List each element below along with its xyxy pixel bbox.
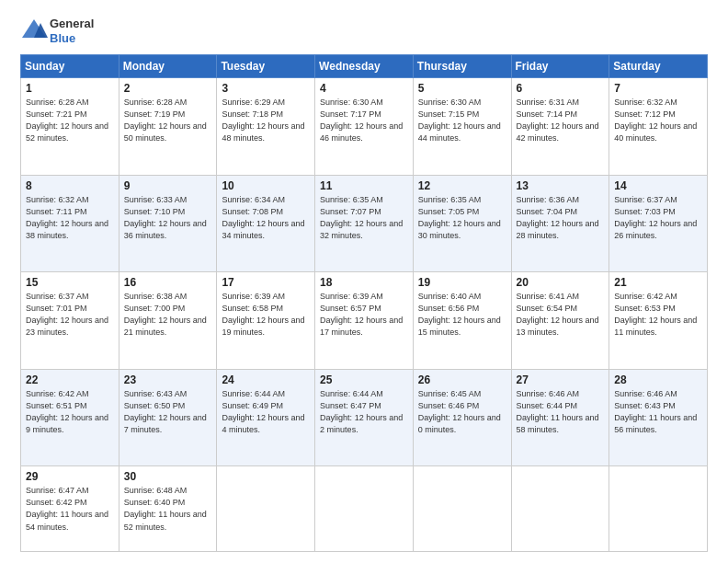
calendar-cell: 8 Sunrise: 6:32 AMSunset: 7:11 PMDayligh…: [21, 175, 119, 272]
cell-content: Sunrise: 6:30 AMSunset: 7:17 PMDaylight:…: [320, 97, 408, 144]
calendar-cell: 24 Sunrise: 6:44 AMSunset: 6:49 PMDaylig…: [217, 369, 315, 466]
calendar-cell: 7 Sunrise: 6:32 AMSunset: 7:12 PMDayligh…: [609, 78, 708, 176]
calendar-cell: 5 Sunrise: 6:30 AMSunset: 7:15 PMDayligh…: [413, 78, 511, 176]
day-number: 17: [222, 276, 310, 289]
calendar-cell: [217, 466, 315, 552]
calendar-cell: [413, 466, 511, 552]
cell-content: Sunrise: 6:41 AMSunset: 6:54 PMDaylight:…: [517, 291, 605, 339]
day-number: 7: [614, 82, 702, 95]
cell-content: Sunrise: 6:45 AMSunset: 6:46 PMDaylight:…: [418, 388, 506, 436]
cell-content: Sunrise: 6:40 AMSunset: 6:56 PMDaylight:…: [418, 291, 506, 339]
calendar-cell: 17 Sunrise: 6:39 AMSunset: 6:58 PMDaylig…: [217, 272, 315, 370]
cell-content: Sunrise: 6:29 AMSunset: 7:18 PMDaylight:…: [222, 97, 310, 144]
calendar-cell: 11 Sunrise: 6:35 AMSunset: 7:07 PMDaylig…: [315, 175, 414, 272]
cell-content: Sunrise: 6:43 AMSunset: 6:50 PMDaylight:…: [124, 388, 212, 436]
cell-content: Sunrise: 6:47 AMSunset: 6:42 PMDaylight:…: [26, 485, 114, 533]
cell-content: Sunrise: 6:44 AMSunset: 6:49 PMDaylight:…: [222, 388, 310, 436]
cell-content: Sunrise: 6:32 AMSunset: 7:11 PMDaylight:…: [26, 194, 114, 242]
day-number: 3: [222, 82, 310, 95]
cell-content: Sunrise: 6:37 AMSunset: 7:03 PMDaylight:…: [614, 194, 702, 242]
cell-content: Sunrise: 6:28 AMSunset: 7:19 PMDaylight:…: [124, 97, 212, 144]
weekday-header-tuesday: Tuesday: [217, 55, 315, 78]
weekday-header-row: SundayMondayTuesdayWednesdayThursdayFrid…: [21, 55, 708, 78]
week-row-2: 8 Sunrise: 6:32 AMSunset: 7:11 PMDayligh…: [21, 175, 708, 272]
day-number: 15: [26, 276, 114, 289]
day-number: 6: [517, 82, 605, 95]
cell-content: Sunrise: 6:42 AMSunset: 6:51 PMDaylight:…: [26, 388, 114, 436]
calendar-cell: 16 Sunrise: 6:38 AMSunset: 7:00 PMDaylig…: [119, 272, 217, 370]
cell-content: Sunrise: 6:33 AMSunset: 7:10 PMDaylight:…: [124, 194, 212, 242]
weekday-header-thursday: Thursday: [413, 55, 511, 78]
day-number: 11: [320, 179, 408, 192]
calendar-cell: 9 Sunrise: 6:33 AMSunset: 7:10 PMDayligh…: [119, 175, 217, 272]
calendar-cell: 28 Sunrise: 6:46 AMSunset: 6:43 PMDaylig…: [609, 369, 708, 466]
weekday-header-saturday: Saturday: [609, 55, 708, 78]
calendar-cell: 2 Sunrise: 6:28 AMSunset: 7:19 PMDayligh…: [119, 78, 217, 176]
calendar-cell: 3 Sunrise: 6:29 AMSunset: 7:18 PMDayligh…: [217, 78, 315, 176]
day-number: 26: [418, 373, 506, 386]
cell-content: Sunrise: 6:37 AMSunset: 7:01 PMDaylight:…: [26, 291, 114, 339]
cell-content: Sunrise: 6:30 AMSunset: 7:15 PMDaylight:…: [418, 97, 506, 144]
cell-content: Sunrise: 6:42 AMSunset: 6:53 PMDaylight:…: [614, 291, 702, 339]
week-row-3: 15 Sunrise: 6:37 AMSunset: 7:01 PMDaylig…: [21, 272, 708, 370]
logo-text: General Blue: [50, 17, 94, 45]
day-number: 21: [614, 276, 702, 289]
calendar-cell: [609, 466, 708, 552]
calendar-cell: 20 Sunrise: 6:41 AMSunset: 6:54 PMDaylig…: [511, 272, 609, 370]
cell-content: Sunrise: 6:36 AMSunset: 7:04 PMDaylight:…: [517, 194, 605, 242]
calendar-cell: 22 Sunrise: 6:42 AMSunset: 6:51 PMDaylig…: [21, 369, 119, 466]
calendar-cell: 21 Sunrise: 6:42 AMSunset: 6:53 PMDaylig…: [609, 272, 708, 370]
day-number: 29: [26, 470, 114, 483]
day-number: 9: [124, 179, 212, 192]
day-number: 24: [222, 373, 310, 386]
calendar-cell: 1 Sunrise: 6:28 AMSunset: 7:21 PMDayligh…: [21, 78, 119, 176]
cell-content: Sunrise: 6:44 AMSunset: 6:47 PMDaylight:…: [320, 388, 408, 436]
cell-content: Sunrise: 6:31 AMSunset: 7:14 PMDaylight:…: [517, 97, 605, 144]
weekday-header-friday: Friday: [511, 55, 609, 78]
week-row-4: 22 Sunrise: 6:42 AMSunset: 6:51 PMDaylig…: [21, 369, 708, 466]
day-number: 20: [517, 276, 605, 289]
day-number: 2: [124, 82, 212, 95]
calendar-cell: 18 Sunrise: 6:39 AMSunset: 6:57 PMDaylig…: [315, 272, 414, 370]
logo-line2: Blue: [50, 31, 94, 46]
logo-graphic: [20, 17, 48, 45]
weekday-header-sunday: Sunday: [21, 55, 119, 78]
day-number: 22: [26, 373, 114, 386]
day-number: 8: [26, 179, 114, 192]
day-number: 13: [517, 179, 605, 192]
day-number: 28: [614, 373, 702, 386]
cell-content: Sunrise: 6:46 AMSunset: 6:44 PMDaylight:…: [517, 388, 605, 436]
calendar-cell: 30 Sunrise: 6:48 AMSunset: 6:40 PMDaylig…: [119, 466, 217, 552]
calendar-cell: 12 Sunrise: 6:35 AMSunset: 7:05 PMDaylig…: [413, 175, 511, 272]
day-number: 16: [124, 276, 212, 289]
calendar-cell: 14 Sunrise: 6:37 AMSunset: 7:03 PMDaylig…: [609, 175, 708, 272]
header: General Blue: [20, 17, 708, 45]
day-number: 18: [320, 276, 408, 289]
cell-content: Sunrise: 6:39 AMSunset: 6:58 PMDaylight:…: [222, 291, 310, 339]
weekday-header-wednesday: Wednesday: [315, 55, 414, 78]
calendar-cell: 25 Sunrise: 6:44 AMSunset: 6:47 PMDaylig…: [315, 369, 414, 466]
cell-content: Sunrise: 6:32 AMSunset: 7:12 PMDaylight:…: [614, 97, 702, 144]
calendar-cell: [315, 466, 414, 552]
logo-line1: General: [50, 17, 94, 31]
calendar-table: SundayMondayTuesdayWednesdayThursdayFrid…: [20, 54, 708, 552]
cell-content: Sunrise: 6:46 AMSunset: 6:43 PMDaylight:…: [614, 388, 702, 436]
calendar-cell: 23 Sunrise: 6:43 AMSunset: 6:50 PMDaylig…: [119, 369, 217, 466]
calendar-cell: 26 Sunrise: 6:45 AMSunset: 6:46 PMDaylig…: [413, 369, 511, 466]
cell-content: Sunrise: 6:48 AMSunset: 6:40 PMDaylight:…: [124, 485, 212, 533]
cell-content: Sunrise: 6:38 AMSunset: 7:00 PMDaylight:…: [124, 291, 212, 339]
day-number: 12: [418, 179, 506, 192]
cell-content: Sunrise: 6:34 AMSunset: 7:08 PMDaylight:…: [222, 194, 310, 242]
day-number: 14: [614, 179, 702, 192]
day-number: 5: [418, 82, 506, 95]
calendar-cell: 13 Sunrise: 6:36 AMSunset: 7:04 PMDaylig…: [511, 175, 609, 272]
page: General Blue SundayMondayTuesdayWednesda…: [0, 0, 728, 563]
calendar-cell: 29 Sunrise: 6:47 AMSunset: 6:42 PMDaylig…: [21, 466, 119, 552]
calendar-cell: 27 Sunrise: 6:46 AMSunset: 6:44 PMDaylig…: [511, 369, 609, 466]
day-number: 30: [124, 470, 212, 483]
cell-content: Sunrise: 6:28 AMSunset: 7:21 PMDaylight:…: [26, 97, 114, 144]
day-number: 10: [222, 179, 310, 192]
logo-container: General Blue: [20, 17, 94, 45]
calendar-cell: 10 Sunrise: 6:34 AMSunset: 7:08 PMDaylig…: [217, 175, 315, 272]
calendar-cell: 15 Sunrise: 6:37 AMSunset: 7:01 PMDaylig…: [21, 272, 119, 370]
